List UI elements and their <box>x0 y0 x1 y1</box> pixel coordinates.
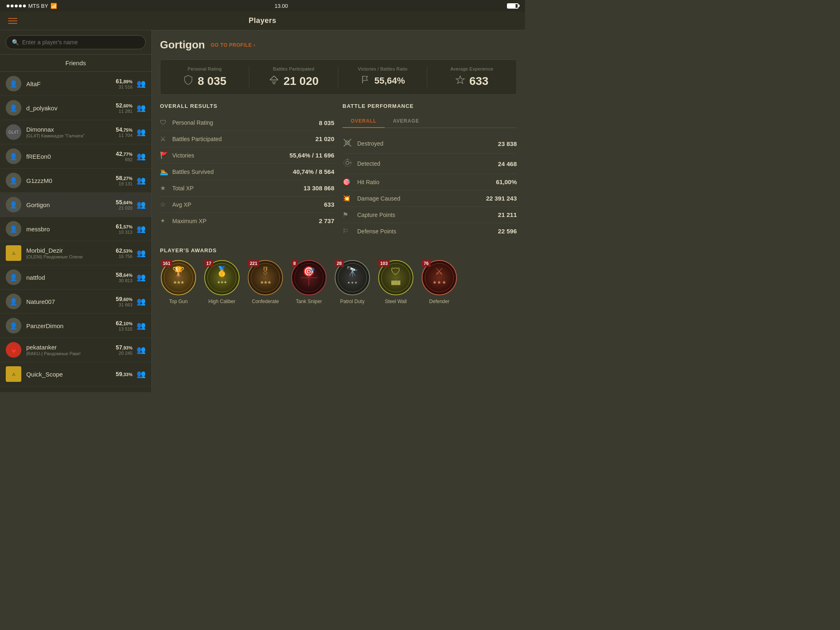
add-friend-icon[interactable]: 👥 <box>137 321 146 330</box>
svg-text:★★★: ★★★ <box>173 280 185 285</box>
sidebar-item-freeon0[interactable]: 👤 fREEon0 42,77% 692 👥 <box>0 144 151 169</box>
add-friend-icon[interactable]: 👥 <box>137 200 146 209</box>
battles-icon: ⚔ <box>160 135 172 143</box>
battle-performance-section: BATTLE PERFORMANCE OVERALL AVERAGE Destr… <box>342 103 517 239</box>
sidebar-item-messbro[interactable]: 👤 messbro 61,57% 10 313 👥 <box>0 217 151 241</box>
avatar: 👤 <box>6 76 21 91</box>
award-top-gun[interactable]: 161 🏆 ★★★ <box>160 259 197 304</box>
avatar: 🦞 <box>6 342 21 358</box>
stat-personal-rating: Personal Rating 8 035 <box>160 66 249 88</box>
sidebar-item-gortigon[interactable]: 👤 Gortigon 55,64% 21 020 👥 <box>0 193 151 217</box>
award-patrol-duty[interactable]: 28 🔭 ● ● ● <box>334 259 371 304</box>
status-left: MTS BY 📶 <box>7 3 57 9</box>
perf-detected: Detected 24 468 <box>342 154 517 174</box>
friend-subtitle: |OLENI| Рандомные Олени <box>26 254 116 259</box>
friend-info: Morbid_Dezir |OLENI| Рандомные Олени <box>26 247 116 259</box>
friend-battles: 11 704 <box>116 133 132 138</box>
search-container: 🔍 <box>0 30 151 55</box>
add-friend-icon[interactable]: 👥 <box>137 79 146 88</box>
friend-name: d_polyakov <box>26 105 116 112</box>
sidebar-item-pekatanker[interactable]: 🦞 pekatanker |RAKU-| Рандомные Раки! 57,… <box>0 338 151 362</box>
friend-info: messbro <box>26 226 116 233</box>
result-label: Battles Participated <box>172 136 315 142</box>
add-friend-icon[interactable]: 👥 <box>137 176 146 185</box>
award-name: Patrol Duty <box>340 299 364 304</box>
shield-icon: 🛡 <box>160 119 172 126</box>
go-to-profile-link[interactable]: GO TO PROFILE › <box>211 42 256 48</box>
avatar: 👤 <box>6 294 21 309</box>
sidebar-item-nature007[interactable]: 👤 Nature007 59,60% 31 663 👥 <box>0 290 151 314</box>
friend-name: Morbid_Dezir <box>26 247 116 254</box>
award-name: Top Gun <box>169 299 187 304</box>
sidebar-item-nattfod[interactable]: 👤 nattfod 58,64% 30 813 👥 <box>0 265 151 290</box>
svg-text:🔭: 🔭 <box>346 265 358 277</box>
friend-name: G1zzzM0 <box>26 177 116 184</box>
add-friend-icon[interactable]: 👥 <box>137 249 146 258</box>
avatar: ⚠ <box>6 366 21 382</box>
award-count: 221 <box>248 260 259 267</box>
friend-stats: 54,75% 11 704 <box>116 126 132 138</box>
add-friend-icon[interactable]: 👥 <box>137 128 146 137</box>
avatar: 👤 <box>6 148 21 164</box>
friend-name: Dimonnax <box>26 126 116 133</box>
result-survived: 🏊 Battles Survived 40,74% / 8 564 <box>160 164 334 180</box>
add-friend-icon[interactable]: 👥 <box>137 297 146 306</box>
friend-winrate: 59,60% <box>116 296 132 302</box>
overall-results-section: OVERALL RESULTS 🛡 Personal Rating 8 035 … <box>160 103 334 239</box>
add-friend-icon[interactable]: 👥 <box>137 345 146 354</box>
search-input[interactable] <box>22 39 139 46</box>
result-label: Avg XP <box>172 201 324 208</box>
sidebar-item-dimonnax[interactable]: GL4T Dimonnax |GL4T| Камикадзе "Галчата"… <box>0 120 151 144</box>
friend-battles: 16 756 <box>116 254 132 259</box>
content-area: Gortigon GO TO PROFILE › Personal Rating… <box>152 30 525 392</box>
result-value: 2 737 <box>319 217 334 224</box>
add-friend-icon[interactable]: 👥 <box>137 152 146 161</box>
award-count: 8 <box>291 260 298 267</box>
result-avg-xp: ☆ Avg XP 633 <box>160 196 334 213</box>
award-badge: 103 🛡 ▓▓▓ <box>377 259 414 296</box>
nav-title: Players <box>249 16 276 25</box>
friend-battles: 692 <box>116 157 132 162</box>
perf-label: Detected <box>357 160 498 167</box>
friend-battles: 11 281 <box>116 109 132 114</box>
tab-overall[interactable]: OVERALL <box>342 115 385 128</box>
add-friend-icon[interactable]: 👥 <box>137 224 146 233</box>
hamburger-menu[interactable] <box>8 18 17 24</box>
award-tank-sniper[interactable]: 8 🎯 <box>290 259 327 304</box>
sidebar-item-g1zzzm0[interactable]: 👤 G1zzzM0 58,27% 19 131 👥 <box>0 169 151 193</box>
award-confederate[interactable]: 221 🎖 ★★★ <box>247 259 284 304</box>
perf-destroyed: Destroyed 23 838 <box>342 134 517 154</box>
search-box[interactable]: 🔍 <box>6 35 146 49</box>
award-name: High Caliber <box>208 299 235 304</box>
chevron-right-icon: › <box>253 42 256 48</box>
stat-label: Battles Participated <box>256 66 331 71</box>
award-count: 161 <box>161 260 172 267</box>
avatar: GL4T <box>6 124 21 140</box>
friend-stats: 52,60% 11 281 <box>116 102 132 114</box>
result-label: Victories <box>172 152 290 159</box>
award-high-caliber[interactable]: 17 🥇 ✦✦✦ <box>203 259 240 304</box>
svg-line-2 <box>274 76 278 80</box>
add-friend-icon[interactable]: 👥 <box>137 103 146 112</box>
tab-average[interactable]: AVERAGE <box>385 115 427 128</box>
sidebar-item-quickscope[interactable]: ⚠ Quick_Scope 59,33% 👥 <box>0 362 151 386</box>
friend-winrate: 58,64% <box>116 272 132 278</box>
friend-name: messbro <box>26 226 116 233</box>
top-nav: Players <box>0 11 525 30</box>
result-total-xp: ★ Total XP 13 308 868 <box>160 180 334 196</box>
sidebar-item-morbiddezir[interactable]: ⚠ Morbid_Dezir |OLENI| Рандомные Олени 6… <box>0 241 151 265</box>
sidebar-item-dpolyakov[interactable]: 👤 d_polyakov 52,60% 11 281 👥 <box>0 96 151 120</box>
award-defender[interactable]: 76 ⚔ ★ ★ ★ <box>421 259 458 304</box>
friend-winrate: 58,27% <box>116 175 132 181</box>
friend-name: pekatanker <box>26 344 116 351</box>
award-badge: 161 🏆 ★★★ <box>160 259 197 296</box>
sidebar-item-panzerdimon[interactable]: 👤 PanzerDimon 62,10% 13 515 👥 <box>0 314 151 338</box>
flag-icon <box>361 75 370 87</box>
wifi-icon: 📶 <box>50 3 57 9</box>
add-friend-icon[interactable]: 👥 <box>137 273 146 282</box>
sidebar-item-altaf[interactable]: 👤 AltaF 61,89% 31 516 👥 <box>0 72 151 96</box>
award-steel-wall[interactable]: 103 🛡 ▓▓▓ <box>377 259 414 304</box>
add-friend-icon[interactable]: 👥 <box>137 370 146 379</box>
friend-battles: 20 245 <box>116 351 132 356</box>
battle-performance-title: BATTLE PERFORMANCE <box>342 103 517 109</box>
